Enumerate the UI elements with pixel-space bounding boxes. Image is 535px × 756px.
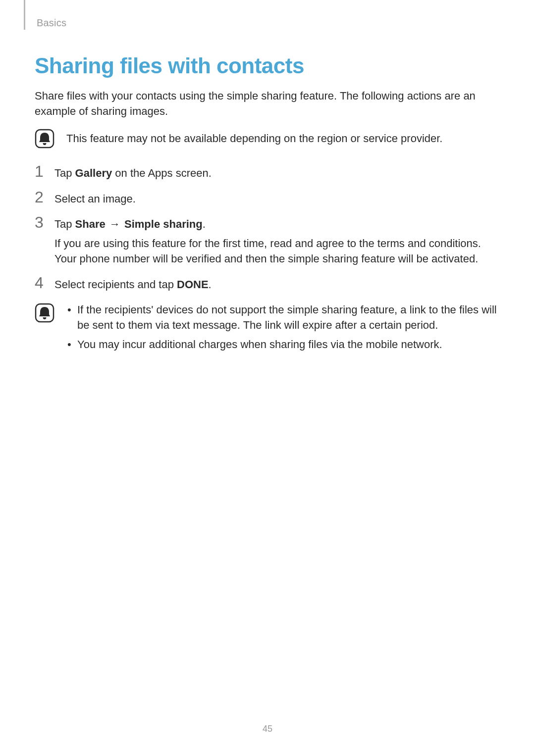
note-2-bullets: If the recipients' devices do not suppor… [66, 302, 500, 356]
page-number: 45 [0, 724, 535, 734]
steps-list: Tap Gallery on the Apps screen. Select a… [35, 165, 500, 292]
note-text-1: This feature may not be available depend… [66, 128, 442, 146]
note-block-2: If the recipients' devices do not suppor… [35, 302, 500, 356]
bell-icon [35, 303, 54, 323]
text: . [209, 278, 212, 291]
bold-text: Share [75, 218, 106, 230]
step-2: Select an image. [35, 191, 500, 206]
text: Tap [54, 218, 75, 230]
bold-text: Simple sharing [124, 218, 203, 230]
arrow-text: → [106, 218, 124, 230]
text: Select recipients and tap [54, 278, 177, 291]
header-tab-mark [24, 0, 25, 30]
step-4-text: Select recipients and tap DONE. [54, 277, 500, 292]
section-header: Basics [37, 17, 500, 29]
text: on the Apps screen. [112, 167, 212, 179]
text: Tap [54, 167, 75, 179]
bell-icon [35, 129, 54, 149]
step-2-text: Select an image. [54, 191, 500, 206]
step-3-subtext: If you are using this feature for the fi… [54, 236, 500, 266]
text: . [203, 218, 206, 230]
step-1: Tap Gallery on the Apps screen. [35, 165, 500, 181]
step-3: Tap Share → Simple sharing. If you are u… [35, 216, 500, 267]
intro-paragraph: Share files with your contacts using the… [35, 88, 500, 119]
note-block-1: This feature may not be available depend… [35, 128, 500, 149]
step-3-text: Tap Share → Simple sharing. [54, 216, 500, 232]
note-2-bullet-2: You may incur additional charges when sh… [66, 337, 500, 352]
step-4: Select recipients and tap DONE. [35, 277, 500, 292]
bold-text: DONE [177, 278, 209, 291]
bold-text: Gallery [75, 167, 112, 179]
document-page: Basics Sharing files with contacts Share… [0, 0, 535, 756]
page-title: Sharing files with contacts [35, 53, 500, 78]
note-2-bullet-1: If the recipients' devices do not suppor… [66, 302, 500, 333]
step-1-text: Tap Gallery on the Apps screen. [54, 165, 500, 181]
